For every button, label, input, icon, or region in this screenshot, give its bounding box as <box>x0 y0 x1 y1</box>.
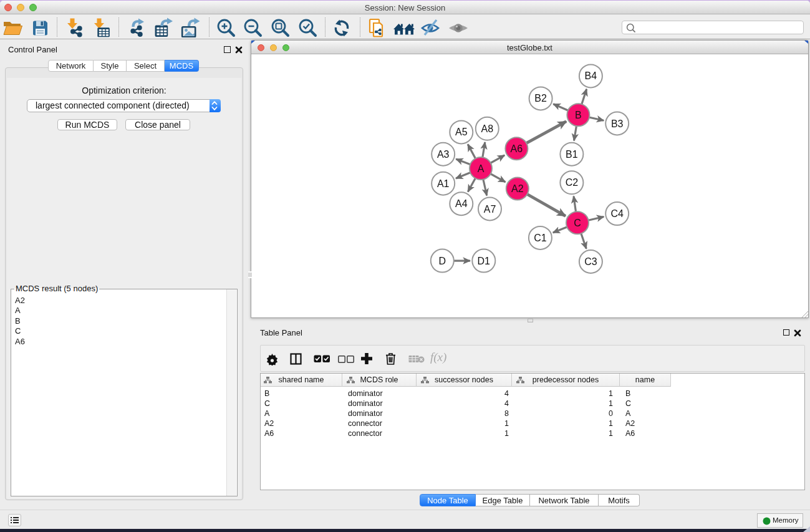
svg-text:C4: C4 <box>610 208 624 219</box>
svg-text:A5: A5 <box>455 127 468 137</box>
svg-text:A4: A4 <box>455 198 468 209</box>
svg-text:D: D <box>439 256 446 266</box>
svg-text:B1: B1 <box>566 149 578 160</box>
svg-text:A8: A8 <box>481 123 494 134</box>
svg-text:C3: C3 <box>584 256 597 267</box>
svg-text:B4: B4 <box>585 70 597 81</box>
svg-text:C: C <box>574 218 581 228</box>
svg-text:B3: B3 <box>611 118 624 129</box>
svg-text:C2: C2 <box>566 177 579 188</box>
svg-text:A1: A1 <box>437 178 450 189</box>
svg-text:A2: A2 <box>511 183 524 194</box>
svg-text:A3: A3 <box>437 149 450 160</box>
svg-text:A: A <box>478 163 485 174</box>
svg-text:D1: D1 <box>478 256 491 266</box>
svg-text:B: B <box>575 110 582 120</box>
svg-text:A6: A6 <box>511 143 523 154</box>
svg-text:B2: B2 <box>534 93 547 104</box>
svg-text:A7: A7 <box>484 204 496 215</box>
svg-text:C1: C1 <box>534 233 547 243</box>
